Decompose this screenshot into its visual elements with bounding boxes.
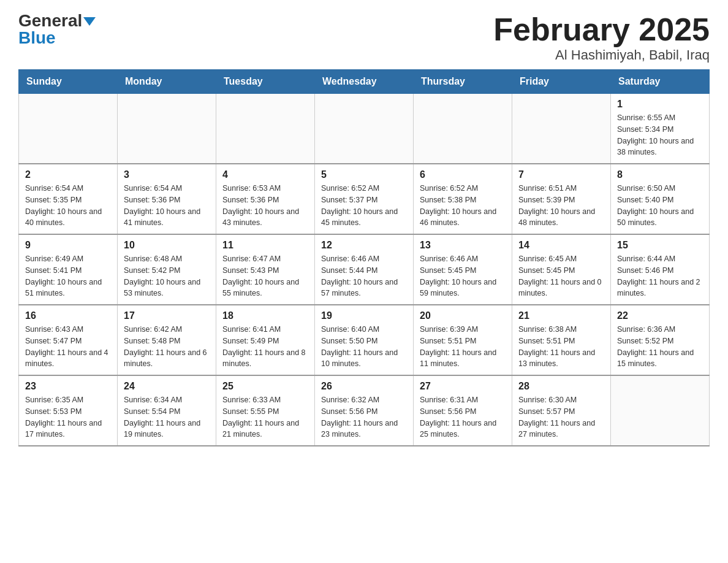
calendar-title: February 2025 [493, 12, 710, 47]
day-info: Sunrise: 6:46 AMSunset: 5:45 PMDaylight:… [420, 253, 506, 299]
calendar-cell: 17Sunrise: 6:42 AMSunset: 5:48 PMDayligh… [118, 305, 216, 375]
day-number: 5 [321, 169, 407, 180]
day-info: Sunrise: 6:53 AMSunset: 5:36 PMDaylight:… [222, 183, 308, 229]
calendar-subtitle: Al Hashimiyah, Babil, Iraq [493, 47, 710, 63]
day-info: Sunrise: 6:51 AMSunset: 5:39 PMDaylight:… [518, 183, 604, 229]
calendar-cell: 22Sunrise: 6:36 AMSunset: 5:52 PMDayligh… [611, 305, 710, 375]
day-info: Sunrise: 6:30 AMSunset: 5:57 PMDaylight:… [518, 394, 604, 440]
day-number: 2 [25, 169, 111, 180]
day-info: Sunrise: 6:55 AMSunset: 5:34 PMDaylight:… [617, 112, 703, 158]
day-number: 21 [518, 310, 604, 321]
calendar-cell: 15Sunrise: 6:44 AMSunset: 5:46 PMDayligh… [611, 234, 710, 305]
calendar-cell: 9Sunrise: 6:49 AMSunset: 5:41 PMDaylight… [19, 234, 118, 305]
day-info: Sunrise: 6:42 AMSunset: 5:48 PMDaylight:… [124, 324, 210, 370]
calendar-cell: 1Sunrise: 6:55 AMSunset: 5:34 PMDaylight… [611, 94, 710, 164]
day-header-saturday: Saturday [611, 70, 710, 94]
calendar-cell: 27Sunrise: 6:31 AMSunset: 5:56 PMDayligh… [414, 375, 512, 446]
calendar-week-2: 2Sunrise: 6:54 AMSunset: 5:35 PMDaylight… [19, 164, 710, 234]
title-block: February 2025 Al Hashimiyah, Babil, Iraq [493, 12, 710, 63]
calendar-cell: 19Sunrise: 6:40 AMSunset: 5:50 PMDayligh… [315, 305, 414, 375]
day-number: 15 [617, 240, 703, 251]
page-header: General Blue February 2025 Al Hashimiyah… [18, 12, 710, 63]
day-info: Sunrise: 6:47 AMSunset: 5:43 PMDaylight:… [222, 253, 308, 299]
calendar-cell: 7Sunrise: 6:51 AMSunset: 5:39 PMDaylight… [512, 164, 611, 234]
day-number: 27 [420, 381, 506, 392]
calendar-cell: 5Sunrise: 6:52 AMSunset: 5:37 PMDaylight… [315, 164, 414, 234]
day-number: 20 [420, 310, 506, 321]
calendar-cell: 12Sunrise: 6:46 AMSunset: 5:44 PMDayligh… [315, 234, 414, 305]
day-number: 19 [321, 310, 407, 321]
day-info: Sunrise: 6:33 AMSunset: 5:55 PMDaylight:… [222, 394, 308, 440]
day-number: 16 [25, 310, 111, 321]
calendar-cell [315, 94, 414, 164]
day-info: Sunrise: 6:52 AMSunset: 5:37 PMDaylight:… [321, 183, 407, 229]
day-number: 13 [420, 240, 506, 251]
calendar-cell: 25Sunrise: 6:33 AMSunset: 5:55 PMDayligh… [216, 375, 315, 446]
calendar-cell: 26Sunrise: 6:32 AMSunset: 5:56 PMDayligh… [315, 375, 414, 446]
calendar-cell: 11Sunrise: 6:47 AMSunset: 5:43 PMDayligh… [216, 234, 315, 305]
calendar-week-1: 1Sunrise: 6:55 AMSunset: 5:34 PMDaylight… [19, 94, 710, 164]
logo-text: General [18, 12, 96, 29]
day-header-tuesday: Tuesday [216, 70, 315, 94]
calendar-week-4: 16Sunrise: 6:43 AMSunset: 5:47 PMDayligh… [19, 305, 710, 375]
logo-general: General [18, 11, 82, 30]
day-number: 6 [420, 169, 506, 180]
calendar-header: SundayMondayTuesdayWednesdayThursdayFrid… [19, 70, 710, 94]
logo-blue: Blue [18, 28, 56, 47]
calendar-cell: 18Sunrise: 6:41 AMSunset: 5:49 PMDayligh… [216, 305, 315, 375]
day-info: Sunrise: 6:43 AMSunset: 5:47 PMDaylight:… [25, 324, 111, 370]
day-number: 14 [518, 240, 604, 251]
day-info: Sunrise: 6:45 AMSunset: 5:45 PMDaylight:… [518, 253, 604, 299]
day-info: Sunrise: 6:39 AMSunset: 5:51 PMDaylight:… [420, 324, 506, 370]
day-number: 4 [222, 169, 308, 180]
day-info: Sunrise: 6:31 AMSunset: 5:56 PMDaylight:… [420, 394, 506, 440]
day-number: 28 [518, 381, 604, 392]
day-info: Sunrise: 6:32 AMSunset: 5:56 PMDaylight:… [321, 394, 407, 440]
calendar-cell [414, 94, 512, 164]
calendar-cell: 28Sunrise: 6:30 AMSunset: 5:57 PMDayligh… [512, 375, 611, 446]
calendar-table: SundayMondayTuesdayWednesdayThursdayFrid… [18, 69, 710, 446]
day-number: 9 [25, 240, 111, 251]
calendar-cell [216, 94, 315, 164]
day-header-wednesday: Wednesday [315, 70, 414, 94]
day-number: 18 [222, 310, 308, 321]
calendar-cell: 6Sunrise: 6:52 AMSunset: 5:38 PMDaylight… [414, 164, 512, 234]
calendar-cell: 21Sunrise: 6:38 AMSunset: 5:51 PMDayligh… [512, 305, 611, 375]
day-info: Sunrise: 6:54 AMSunset: 5:35 PMDaylight:… [25, 183, 111, 229]
calendar-cell: 2Sunrise: 6:54 AMSunset: 5:35 PMDaylight… [19, 164, 118, 234]
day-info: Sunrise: 6:38 AMSunset: 5:51 PMDaylight:… [518, 324, 604, 370]
logo: General Blue [18, 12, 96, 47]
day-number: 7 [518, 169, 604, 180]
day-info: Sunrise: 6:48 AMSunset: 5:42 PMDaylight:… [124, 253, 210, 299]
calendar-body: 1Sunrise: 6:55 AMSunset: 5:34 PMDaylight… [19, 94, 710, 446]
day-info: Sunrise: 6:34 AMSunset: 5:54 PMDaylight:… [124, 394, 210, 440]
day-number: 11 [222, 240, 308, 251]
day-header-thursday: Thursday [414, 70, 512, 94]
days-header-row: SundayMondayTuesdayWednesdayThursdayFrid… [19, 70, 710, 94]
day-info: Sunrise: 6:54 AMSunset: 5:36 PMDaylight:… [124, 183, 210, 229]
day-number: 10 [124, 240, 210, 251]
day-number: 3 [124, 169, 210, 180]
calendar-cell: 20Sunrise: 6:39 AMSunset: 5:51 PMDayligh… [414, 305, 512, 375]
calendar-week-5: 23Sunrise: 6:35 AMSunset: 5:53 PMDayligh… [19, 375, 710, 446]
day-info: Sunrise: 6:40 AMSunset: 5:50 PMDaylight:… [321, 324, 407, 370]
calendar-cell [19, 94, 118, 164]
day-info: Sunrise: 6:35 AMSunset: 5:53 PMDaylight:… [25, 394, 111, 440]
day-info: Sunrise: 6:52 AMSunset: 5:38 PMDaylight:… [420, 183, 506, 229]
day-number: 22 [617, 310, 703, 321]
day-header-friday: Friday [512, 70, 611, 94]
day-number: 12 [321, 240, 407, 251]
calendar-cell: 13Sunrise: 6:46 AMSunset: 5:45 PMDayligh… [414, 234, 512, 305]
day-info: Sunrise: 6:36 AMSunset: 5:52 PMDaylight:… [617, 324, 703, 370]
calendar-cell: 24Sunrise: 6:34 AMSunset: 5:54 PMDayligh… [118, 375, 216, 446]
calendar-cell [512, 94, 611, 164]
calendar-cell: 4Sunrise: 6:53 AMSunset: 5:36 PMDaylight… [216, 164, 315, 234]
day-info: Sunrise: 6:46 AMSunset: 5:44 PMDaylight:… [321, 253, 407, 299]
calendar-cell [611, 375, 710, 446]
calendar-cell: 3Sunrise: 6:54 AMSunset: 5:36 PMDaylight… [118, 164, 216, 234]
calendar-cell [118, 94, 216, 164]
calendar-cell: 16Sunrise: 6:43 AMSunset: 5:47 PMDayligh… [19, 305, 118, 375]
day-info: Sunrise: 6:50 AMSunset: 5:40 PMDaylight:… [617, 183, 703, 229]
day-number: 8 [617, 169, 703, 180]
day-header-monday: Monday [118, 70, 216, 94]
